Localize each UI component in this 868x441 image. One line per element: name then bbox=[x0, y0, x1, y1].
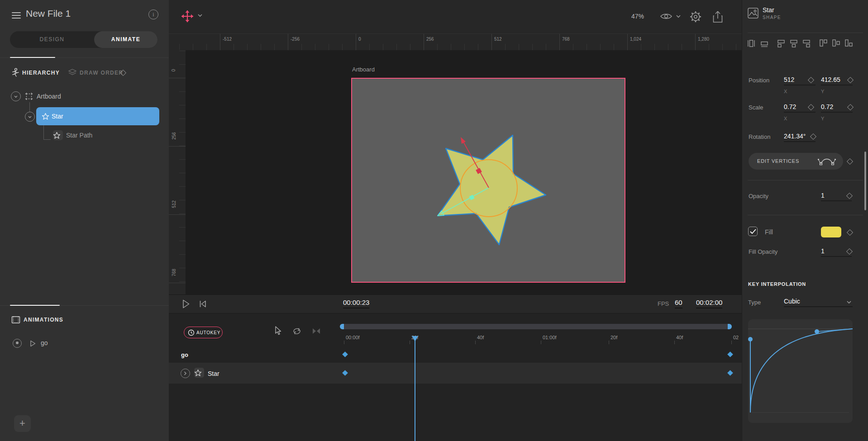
ruler-label: -512 bbox=[223, 37, 232, 42]
interpolation-curve-editor[interactable] bbox=[748, 319, 853, 423]
align-vertical-center-icon[interactable] bbox=[760, 39, 769, 48]
interpolation-type-label: Type bbox=[748, 299, 761, 306]
settings-gear-icon[interactable] bbox=[689, 10, 702, 23]
keyframe-diamond[interactable] bbox=[727, 351, 733, 357]
scale-x-key-diamond[interactable] bbox=[808, 104, 814, 110]
align-right-icon[interactable] bbox=[802, 39, 811, 48]
align-left-icon[interactable] bbox=[777, 39, 786, 48]
star-expand-chevron[interactable] bbox=[25, 112, 35, 122]
artboard-expand-chevron[interactable] bbox=[11, 91, 21, 101]
scale-y-key-diamond[interactable] bbox=[847, 104, 854, 110]
add-animation-button[interactable]: + bbox=[14, 415, 31, 432]
export-share-icon[interactable] bbox=[712, 10, 724, 24]
skip-to-start-button[interactable] bbox=[199, 300, 207, 308]
bezier-icon bbox=[817, 156, 836, 167]
playhead-line[interactable] bbox=[415, 337, 415, 441]
panel-scrollbar[interactable] bbox=[864, 152, 866, 210]
tree-connector bbox=[29, 102, 30, 112]
current-time-input[interactable]: 00:00:23 bbox=[343, 299, 369, 308]
keyframe-diamond[interactable] bbox=[342, 351, 348, 357]
info-icon[interactable]: i bbox=[148, 9, 158, 19]
canvas-shape-overlay[interactable] bbox=[169, 50, 742, 294]
align-middle-icon[interactable] bbox=[831, 39, 840, 48]
loop-icon[interactable] bbox=[292, 327, 302, 336]
interpolation-type-select[interactable]: Cubic bbox=[784, 297, 853, 307]
fps-input[interactable]: 60 bbox=[675, 299, 682, 308]
fill-checkbox[interactable] bbox=[748, 227, 758, 236]
timeline-row-star-label[interactable]: Star bbox=[208, 370, 219, 377]
edit-vertices-button[interactable]: EDIT VERTICES bbox=[749, 153, 843, 170]
move-tool-icon[interactable] bbox=[180, 9, 195, 24]
ease-curve bbox=[750, 329, 853, 413]
rotation-key-diamond[interactable] bbox=[810, 133, 816, 140]
edit-vertices-label: EDIT VERTICES bbox=[757, 158, 799, 164]
timeline-range-scrollbar[interactable] bbox=[340, 324, 732, 329]
fill-opacity-input[interactable]: 1 bbox=[821, 247, 852, 257]
position-y-value: 412.65 bbox=[821, 76, 840, 83]
align-center-icon[interactable] bbox=[790, 39, 799, 48]
animation-play-icon[interactable] bbox=[30, 340, 36, 347]
frame-label: 02 bbox=[733, 335, 739, 340]
shape-type-icon bbox=[747, 7, 759, 19]
range-start-handle[interactable] bbox=[340, 324, 344, 329]
position-y-key-diamond[interactable] bbox=[847, 77, 854, 83]
autokey-label: AUTOKEY bbox=[196, 330, 220, 335]
fill-key-diamond[interactable] bbox=[847, 229, 853, 236]
fill-color-swatch[interactable] bbox=[821, 227, 841, 237]
opacity-key-diamond[interactable] bbox=[846, 193, 853, 199]
align-top-icon[interactable] bbox=[819, 39, 828, 48]
rotation-input[interactable]: 241.34° bbox=[784, 132, 816, 142]
interpolation-icon[interactable] bbox=[312, 328, 320, 334]
position-x-input[interactable]: 512 bbox=[784, 76, 816, 85]
frame-label: 01:00f bbox=[543, 335, 557, 340]
range-end-handle[interactable] bbox=[728, 324, 732, 329]
hierarchy-title[interactable]: HIERARCHY bbox=[22, 70, 60, 76]
autokey-toggle[interactable]: AUTOKEY bbox=[184, 327, 223, 338]
tab-design[interactable]: DESIGN bbox=[10, 31, 94, 48]
select-chevron-icon bbox=[846, 300, 852, 304]
frame-label: 40f bbox=[676, 335, 683, 340]
draw-order-title[interactable]: DRAW ORDER bbox=[80, 70, 123, 76]
draw-order-icon bbox=[68, 68, 77, 76]
animation-item-go[interactable]: go bbox=[41, 339, 48, 346]
vertices-key-diamond[interactable] bbox=[847, 158, 853, 165]
in-handle-point bbox=[748, 337, 753, 341]
scale-y-value: 0.72 bbox=[821, 103, 833, 110]
select-cursor-icon[interactable] bbox=[274, 326, 282, 336]
playhead-handle[interactable] bbox=[411, 336, 419, 342]
artboard-frame-icon bbox=[25, 92, 33, 100]
menu-icon[interactable] bbox=[12, 10, 21, 20]
tree-item-artboard[interactable]: Artboard bbox=[37, 93, 61, 100]
tree-item-star-path[interactable]: Star Path bbox=[66, 132, 92, 139]
visibility-eye-icon[interactable] bbox=[660, 12, 672, 21]
frame-label: 00:00f bbox=[346, 335, 360, 340]
tool-dropdown-chevron[interactable] bbox=[197, 14, 203, 17]
visibility-dropdown-chevron[interactable] bbox=[676, 14, 681, 18]
position-y-input[interactable]: 412.65 bbox=[821, 76, 853, 85]
stage: 47% -512 -256 0 256 512 768 1,024 1,280 bbox=[169, 0, 742, 441]
opacity-input[interactable]: 1 bbox=[821, 191, 852, 201]
zoom-level[interactable]: 47% bbox=[631, 13, 644, 20]
animations-title: ANIMATIONS bbox=[24, 317, 63, 323]
tab-animate[interactable]: ANIMATE bbox=[94, 31, 157, 48]
star-shape bbox=[438, 135, 546, 245]
align-bottom-icon[interactable] bbox=[844, 39, 853, 48]
duration-input[interactable]: 00:02:00 bbox=[696, 299, 722, 308]
fill-opacity-label: Fill Opacity bbox=[749, 248, 777, 255]
timeline-row-star[interactable] bbox=[169, 363, 742, 384]
tree-connector bbox=[43, 125, 44, 140]
timeline-row-go-label[interactable]: go bbox=[181, 351, 188, 358]
animation-active-radio[interactable] bbox=[13, 339, 22, 348]
align-horizontal-center-icon[interactable] bbox=[747, 39, 755, 48]
timeline-star-expand-chevron[interactable] bbox=[181, 369, 190, 378]
scale-y-input[interactable]: 0.72 bbox=[821, 103, 853, 113]
scale-label: Scale bbox=[749, 104, 763, 111]
play-button[interactable] bbox=[182, 299, 190, 309]
position-x-key-diamond[interactable] bbox=[808, 77, 814, 83]
inspector-panel: Star SHAPE Position 512 412.65 X Y Scale… bbox=[742, 0, 868, 441]
fill-opacity-key-diamond[interactable] bbox=[846, 248, 853, 255]
active-tab-accent bbox=[10, 57, 55, 58]
scale-x-input[interactable]: 0.72 bbox=[784, 103, 816, 113]
rotation-label: Rotation bbox=[749, 133, 770, 140]
animations-accent bbox=[10, 305, 60, 306]
